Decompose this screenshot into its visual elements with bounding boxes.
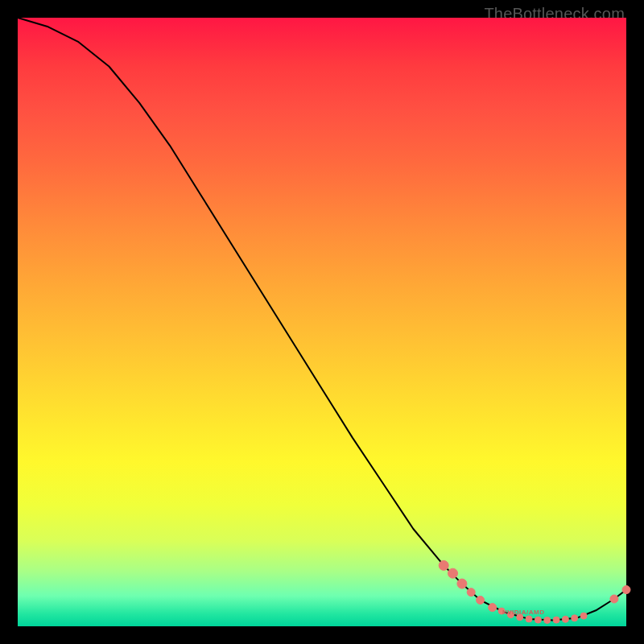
chart-frame: TheBottleneck.com NVIDIA/AMD bbox=[0, 0, 644, 644]
chart-svg bbox=[18, 18, 626, 626]
marker-point bbox=[477, 597, 485, 605]
marker-point bbox=[610, 595, 618, 603]
marker-point bbox=[489, 604, 497, 612]
marker-point bbox=[562, 616, 568, 622]
plot-area: NVIDIA/AMD bbox=[18, 18, 626, 626]
marker-point bbox=[498, 608, 505, 614]
marker-point bbox=[580, 613, 587, 619]
marker-point bbox=[535, 617, 541, 623]
marker-point bbox=[544, 617, 551, 623]
marker-point bbox=[526, 616, 532, 622]
marker-point bbox=[553, 617, 559, 623]
marker-point bbox=[517, 614, 523, 621]
marker-point bbox=[439, 560, 448, 570]
marker-point bbox=[448, 568, 458, 578]
marker-point bbox=[467, 588, 475, 597]
bottleneck-curve bbox=[18, 18, 626, 620]
marker-point bbox=[507, 612, 514, 618]
marker-point bbox=[457, 579, 467, 588]
marker-point bbox=[572, 615, 578, 621]
marker-group bbox=[439, 560, 630, 623]
marker-point bbox=[622, 586, 630, 594]
